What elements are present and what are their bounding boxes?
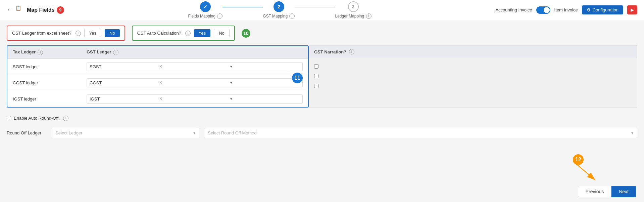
table-row: CGST ledger CGST ✕ ▾ xyxy=(7,75,308,91)
badge-11: 11 xyxy=(292,73,303,83)
cgst-dropdown-icon[interactable]: ▾ xyxy=(230,81,300,85)
gst-excel-info-icon[interactable]: i xyxy=(76,31,81,36)
gst-ledger-info-icon[interactable]: i xyxy=(113,50,118,55)
sgst-dropdown-icon[interactable]: ▾ xyxy=(230,65,300,69)
configuration-button[interactable]: ⚙ Configuration xyxy=(582,5,623,14)
gst-excel-no-button[interactable]: No xyxy=(105,29,120,37)
roundoff-label: Enable Auto Round-Off. xyxy=(14,116,60,121)
gst-ledger-table: Tax Ledger i GST Ledger i SGST ledger SG… xyxy=(7,45,309,108)
table-section: Tax Ledger i GST Ledger i SGST ledger SG… xyxy=(7,45,637,108)
gst-auto-calc-label: GST Auto Calculation? xyxy=(137,31,181,36)
step-2-info[interactable]: i xyxy=(289,13,295,19)
gst-narration-header: GST Narration? i xyxy=(309,46,637,58)
gst-auto-yes-button[interactable]: Yes xyxy=(194,29,210,37)
invoice-toggle[interactable] xyxy=(536,6,550,14)
select-method-arrow-icon: ▾ xyxy=(631,130,634,135)
step-2: 2 GST Mapping i xyxy=(263,1,295,19)
steps-container: ✓ Fields Mapping i 2 GST Mapping i xyxy=(64,1,496,19)
arrow-annotation xyxy=(563,158,604,185)
bottom-navigation: Previous Next xyxy=(578,186,636,197)
step-2-label: GST Mapping i xyxy=(263,13,295,19)
step-2-circle: 2 xyxy=(274,1,284,12)
table-row: SGST ledger SGST ✕ ▾ xyxy=(7,59,308,75)
ledger-row: Round Off Ledger Select Ledger ▾ Select … xyxy=(7,126,637,140)
step-1-label: Fields Mapping i xyxy=(188,13,223,19)
narration-checkbox-row-3 xyxy=(314,81,632,91)
step-3-circle: 3 xyxy=(348,1,359,12)
step-3: 3 Ledger Mapping i xyxy=(335,1,371,19)
main-content: GST Ledger from excel sheet? i Yes No GS… xyxy=(0,20,644,146)
gst-narration-label: GST Narration? xyxy=(314,49,346,54)
cgst-clear-icon[interactable]: ✕ xyxy=(159,80,229,85)
roundoff-info-icon[interactable]: i xyxy=(63,116,68,121)
header-right: Accounting Invoice Item Invoice ⚙ Config… xyxy=(495,5,637,14)
select-ledger-dropdown[interactable]: Select Ledger ▾ xyxy=(52,128,199,138)
gear-icon: ⚙ xyxy=(587,7,591,12)
step-connector-2 xyxy=(295,7,335,7)
sgst-tax-label: SGST ledger xyxy=(13,64,87,69)
map-fields-icon: 📋 xyxy=(15,5,25,15)
cgst-select-box[interactable]: CGST ✕ ▾ xyxy=(87,78,303,87)
toggle-right-label: Item Invoice xyxy=(554,7,578,12)
col-gst-ledger-header: GST Ledger i xyxy=(87,49,303,55)
igst-select-box[interactable]: IGST ✕ ▾ xyxy=(87,94,303,104)
select-method-placeholder: Select Round Off Method xyxy=(208,130,257,135)
tax-ledger-info-icon[interactable]: i xyxy=(38,50,43,55)
cgst-value: CGST xyxy=(90,80,159,85)
col-tax-ledger-header: Tax Ledger i xyxy=(13,49,87,55)
toggle-left-label: Accounting Invoice xyxy=(495,7,532,12)
step-3-info[interactable]: i xyxy=(366,13,371,19)
cgst-tax-label: CGST ledger xyxy=(13,80,87,85)
igst-value: IGST xyxy=(90,96,159,102)
igst-gst-select[interactable]: IGST ✕ ▾ xyxy=(87,94,303,104)
sgst-value: SGST xyxy=(90,64,159,69)
roundoff-section: Enable Auto Round-Off. i Round Off Ledge… xyxy=(7,112,637,140)
roundoff-checkbox[interactable] xyxy=(7,116,11,120)
step-1-circle: ✓ xyxy=(200,1,211,12)
narration-checkbox-row-1 xyxy=(314,62,632,71)
gst-auto-no-button[interactable]: No xyxy=(214,29,230,37)
table-row: IGST ledger IGST ✕ ▾ xyxy=(7,91,308,107)
igst-dropdown-icon[interactable]: ▾ xyxy=(230,97,300,101)
select-ledger-arrow-icon: ▾ xyxy=(193,130,196,135)
cgst-gst-select[interactable]: CGST ✕ ▾ xyxy=(87,78,303,87)
select-method-dropdown[interactable]: Select Round Off Method ▾ xyxy=(204,128,637,138)
step-3-label: Ledger Mapping i xyxy=(335,13,371,19)
roundoff-row: Enable Auto Round-Off. i xyxy=(7,112,637,126)
back-button[interactable]: ← xyxy=(7,6,13,13)
round-off-ledger-label: Round Off Ledger xyxy=(7,130,47,135)
play-icon: ▶ xyxy=(631,7,634,12)
gst-auto-info-icon[interactable]: i xyxy=(185,31,191,36)
gst-ledger-excel-box: GST Ledger from excel sheet? i Yes No xyxy=(7,26,125,41)
table-header: Tax Ledger i GST Ledger i xyxy=(7,46,308,59)
gst-excel-label: GST Ledger from excel sheet? xyxy=(12,31,71,36)
sgst-select-box[interactable]: SGST ✕ ▾ xyxy=(87,62,303,71)
igst-clear-icon[interactable]: ✕ xyxy=(159,96,229,101)
gst-excel-yes-button[interactable]: Yes xyxy=(84,29,101,37)
sgst-gst-select[interactable]: SGST ✕ ▾ xyxy=(87,62,303,71)
badge-12: 12 xyxy=(573,154,584,165)
previous-button[interactable]: Previous xyxy=(578,186,611,197)
step-1-info[interactable]: i xyxy=(217,13,222,19)
narration-checkbox-3[interactable] xyxy=(314,84,318,88)
svg-line-1 xyxy=(574,162,595,180)
step-connector-1 xyxy=(222,7,263,7)
narration-info-icon[interactable]: i xyxy=(349,49,354,54)
select-ledger-placeholder: Select Ledger xyxy=(55,130,82,135)
youtube-button[interactable]: ▶ xyxy=(627,5,637,14)
badge-9: 9 xyxy=(57,6,64,14)
toggle-knob xyxy=(544,7,550,13)
narration-rows xyxy=(309,58,637,94)
gst-narration-section: GST Narration? i 11 xyxy=(309,45,637,108)
igst-tax-label: IGST ledger xyxy=(13,96,87,102)
narration-checkbox-row-2 xyxy=(314,71,632,81)
next-button[interactable]: Next xyxy=(611,186,636,197)
narration-checkbox-1[interactable] xyxy=(314,64,318,69)
gst-auto-calc-box: GST Auto Calculation? i Yes No xyxy=(132,26,235,41)
badge-10: 10 xyxy=(242,29,250,38)
page-title: Map Fields xyxy=(27,7,55,13)
narration-checkbox-2[interactable] xyxy=(314,74,318,78)
gst-options-row: GST Ledger from excel sheet? i Yes No GS… xyxy=(7,26,637,41)
step-1: ✓ Fields Mapping i xyxy=(188,1,223,19)
sgst-clear-icon[interactable]: ✕ xyxy=(159,64,229,69)
